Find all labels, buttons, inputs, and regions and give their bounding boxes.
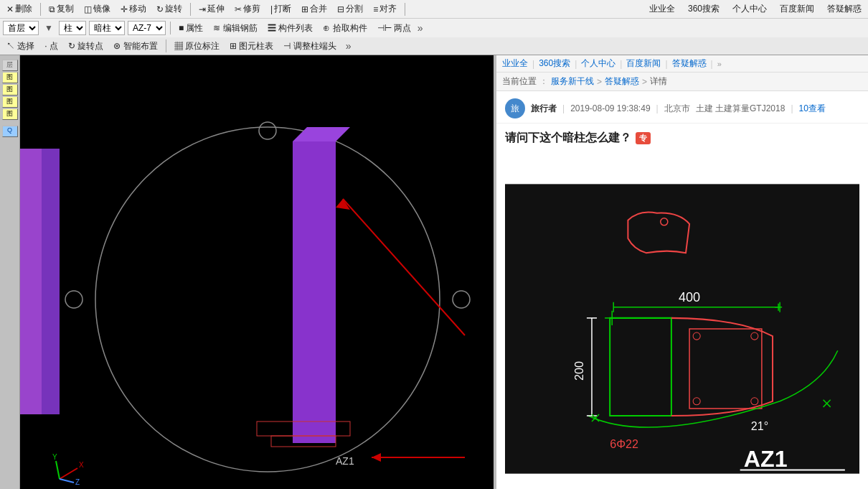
top-links-bar: 业业全 | 360搜索 | 个人中心 | 百度新闻 | 答疑解惑 | » [496,55,868,73]
edit-rebar-button[interactable]: ≋ 编辑钢筋 [209,21,260,36]
select-button[interactable]: ↖ 选择 [3,39,38,54]
rebar-label: 6Φ22 [610,437,638,450]
layer-icon-4[interactable]: 图 [2,96,18,108]
right-cad-bg [505,184,859,473]
column-main-front [293,141,336,443]
link-360[interactable]: 360搜索 [539,57,570,70]
smart-layout-button[interactable]: ⊛ 智能布置 [110,39,161,54]
adjust-column-end-button[interactable]: ⊣ 调整柱端头 [280,39,339,54]
post-meta: 旅 旅行者 | 2019-08-09 19:38:49 | 北京市 土建 土建算… [496,91,868,124]
component-list-button[interactable]: ☰ 构件列表 [264,21,316,36]
point-button[interactable]: · 点 [41,39,62,54]
right-cad-drawing: 400 [505,156,859,489]
layer-icon-1[interactable]: 层 [2,60,18,71]
merge-button[interactable]: ⊞ 合并 [298,1,331,17]
yiye-link[interactable]: 业业全 [646,1,679,17]
rotate-point-button[interactable]: ↻ 旋转点 [65,39,107,54]
toolbar-row1: ✕ 删除 ⧉ 复制 ◫ 镜像 ✛ 移动 ↻ 旋转 ⇥ 延伸 ✂ 修剪 | 打断 … [0,0,868,19]
breadcrumb-sep1: ： [539,75,548,88]
meta-sep2: | [656,103,659,113]
breadcrumb-link-2[interactable]: 答疑解惑 [605,75,639,88]
extend-button[interactable]: ⇥ 延伸 [195,1,228,17]
post-author: 旅行者 [531,103,557,115]
align-button[interactable]: ≡ 对齐 [369,1,400,17]
break-button[interactable]: | 打断 [267,1,295,17]
right-content: 业业全 | 360搜索 | 个人中心 | 百度新闻 | 答疑解惑 | » 当前位… [496,55,868,489]
sep4: | [665,59,667,69]
layer-icon-3[interactable]: 图 [2,84,18,96]
layer-label: ▼ [42,23,56,33]
cad-viewport[interactable]: AZ1 X Y Z [20,55,494,489]
layer-buttons: 层 图 图 图 图 Q [0,60,19,137]
toolbar-area: ✕ 删除 ⧉ 复制 ◫ 镜像 ✛ 移动 ↻ 旋转 ⇥ 延伸 ✂ 修剪 | 打断 … [0,0,868,55]
cad-svg: AZ1 X Y Z [20,55,494,489]
separator2 [190,3,191,16]
column-table-button[interactable]: ⊞ 图元柱表 [226,39,277,54]
angle-label: 21° [751,419,768,432]
mirror-button[interactable]: ◫ 镜像 [80,1,114,17]
left-panel: 层 图 图 图 图 Q [0,55,20,489]
meta-sep3: | [791,103,793,113]
avatar: 旅 [505,98,525,118]
expand-arrow2[interactable]: » [346,40,352,52]
post-tag: 专 [636,132,651,144]
toolbar-row3: ↖ 选择 · 点 ↻ 旋转点 ⊛ 智能布置 ▦ 原位标注 ⊞ 图元柱表 ⊣ 调整… [0,37,868,55]
link-news[interactable]: 百度新闻 [626,57,661,70]
expand-arrow[interactable]: » [418,22,423,34]
post-date: 2019-08-09 19:38:49 [570,103,650,113]
breadcrumb-prefix: 当前位置 [502,75,537,88]
svg-text:Z: Z [75,478,80,486]
svg-text:X: X [79,461,84,469]
column-left-face [20,149,42,414]
component-id-select[interactable]: AZ-7 [128,21,166,35]
qa-link[interactable]: 答疑解惑 [824,1,865,17]
layer-icon-2[interactable]: 图 [2,72,18,83]
sep3: | [620,59,622,69]
post-software: 土建 土建算量GTJ2018 [696,103,786,115]
sep1: | [532,59,534,69]
rotate-button[interactable]: ↻ 旋转 [153,1,186,17]
dim-400-text: 400 [679,290,700,304]
search-link[interactable]: 360搜索 [684,1,723,17]
layer-select[interactable]: 首层 [3,21,39,35]
link-personal[interactable]: 个人中心 [581,57,615,70]
link-qa[interactable]: 答疑解惑 [672,57,707,70]
move-button[interactable]: ✛ 移动 [117,1,150,17]
breadcrumb-sep2: > [597,77,602,87]
az1-large-label: AZ1 [744,446,788,472]
personal-link[interactable]: 个人中心 [729,1,770,17]
pick-component-button[interactable]: ⊕ 拾取构件 [319,21,370,36]
main-area: 层 图 图 图 图 Q [0,55,868,489]
inplace-label-button[interactable]: ▦ 原位标注 [171,39,223,54]
post-image-area: 400 [496,152,868,489]
breadcrumb-sep3: > [642,77,647,87]
separator3 [405,3,405,16]
copy-button[interactable]: ⧉ 复制 [45,1,77,17]
sep2: | [575,59,577,69]
browser-links-area: 业业全 360搜索 个人中心 百度新闻 答疑解惑 [646,1,865,17]
separator [40,3,41,16]
delete-button[interactable]: ✕ 删除 [3,1,36,17]
post-title-area: 请问下这个暗柱怎么建？ 专 [496,124,868,152]
news-link[interactable]: 百度新闻 [776,1,818,17]
breadcrumb-link-1[interactable]: 服务新干线 [551,75,594,88]
view-count[interactable]: 10查看 [799,103,826,115]
toolbar-row2: 首层 ▼ 柱 暗柱 AZ-7 ■ 属性 ≋ 编辑钢筋 ☰ 构件列表 ⊕ 拾取构件… [0,19,868,37]
svg-text:Y: Y [52,453,57,461]
link-yiye[interactable]: 业业全 [502,57,528,70]
properties-button[interactable]: ■ 属性 [175,21,207,36]
component-name-select[interactable]: 暗柱 [89,21,125,35]
layer-icon-q[interactable]: Q [2,126,18,137]
component-type-select[interactable]: 柱 [59,21,86,35]
layer-icon-5[interactable]: 图 [2,108,18,120]
trim-button[interactable]: ✂ 修剪 [231,1,264,17]
more-links: » [717,60,722,68]
right-panel: 业业全 | 360搜索 | 个人中心 | 百度新闻 | 答疑解惑 | » 当前位… [496,55,868,489]
two-point-button[interactable]: ⊣⊢ 两点 [374,21,415,36]
split-button[interactable]: ⊟ 分割 [334,1,367,17]
post-title-text: 请问下这个暗柱怎么建？ [505,131,631,146]
breadcrumb-current: 详情 [650,75,667,88]
separator4 [170,22,171,34]
meta-sep1: | [562,103,565,113]
separator5 [166,39,166,52]
